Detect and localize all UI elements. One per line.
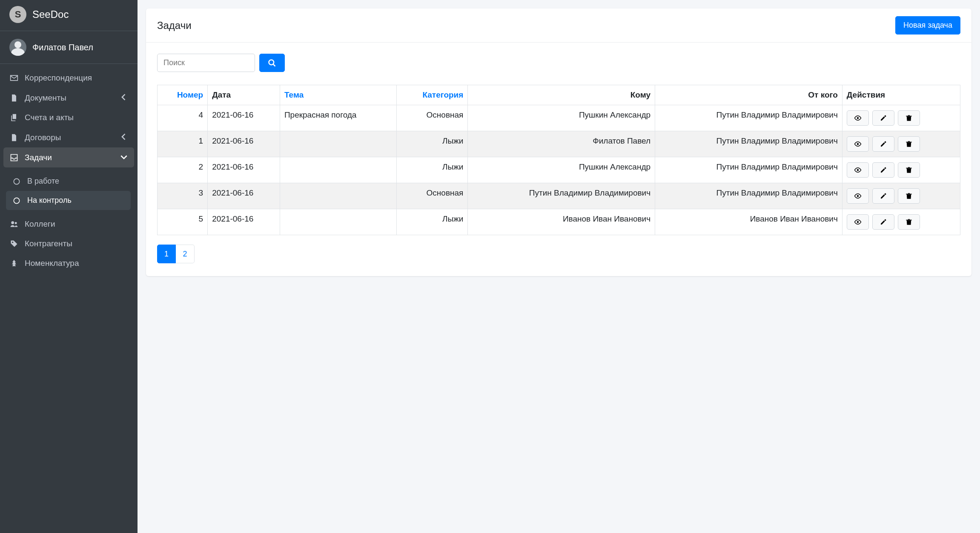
col-category[interactable]: Категория (396, 85, 468, 105)
edit-button[interactable] (872, 214, 894, 230)
sidebar-item-в-работе[interactable]: В работе (6, 172, 131, 191)
copy-icon (9, 113, 19, 122)
table-row: 12021-06-16ЛыжиФилатов ПавелПутин Владим… (158, 131, 960, 157)
trash-icon (904, 192, 914, 200)
sidebar-item-label: Документы (25, 93, 66, 103)
col-to[interactable]: Кому (468, 85, 655, 105)
edit-button[interactable] (872, 188, 894, 204)
edit-icon (879, 166, 888, 174)
delete-button[interactable] (898, 162, 920, 178)
sidebar-item-номенклатура[interactable]: Номенклатура (3, 254, 134, 273)
sidebar-nav: КорреспонденцияДокументыСчета и актыДого… (0, 64, 138, 277)
sidebar-item-контрагенты[interactable]: Контрагенты (3, 234, 134, 254)
delete-button[interactable] (898, 136, 920, 152)
cell-category: Лыжи (396, 157, 468, 183)
sidebar-item-коллеги[interactable]: Коллеги (3, 214, 134, 234)
trash-icon (904, 114, 914, 122)
view-button[interactable] (847, 188, 869, 204)
cell-to: Путин Владимир Владимирович (468, 183, 655, 209)
cell-actions (842, 157, 960, 183)
file-icon (9, 94, 19, 102)
sidebar-item-документы[interactable]: Документы (3, 88, 134, 108)
cell-subject (280, 183, 396, 209)
table-row: 42021-06-16Прекрасная погодаОсновнаяПушк… (158, 105, 960, 131)
sidebar-item-label: На контроль (27, 196, 72, 205)
cell-subject (280, 131, 396, 157)
cell-category: Основная (396, 183, 468, 209)
edit-button[interactable] (872, 110, 894, 126)
cell-date: 2021-06-16 (208, 209, 280, 235)
delete-button[interactable] (898, 214, 920, 230)
user-name: Филатов Павел (32, 43, 93, 52)
eye-icon (853, 166, 863, 174)
brand[interactable]: S SeeDoc (0, 0, 138, 31)
sidebar-submenu: В работеНа контроль (3, 167, 134, 214)
view-button[interactable] (847, 214, 869, 230)
sidebar-item-label: Счета и акты (25, 113, 74, 122)
col-date[interactable]: Дата (208, 85, 280, 105)
cell-category: Лыжи (396, 131, 468, 157)
cell-category: Основная (396, 105, 468, 131)
trash-icon (904, 140, 914, 148)
eye-icon (853, 192, 863, 200)
view-button[interactable] (847, 162, 869, 178)
cell-actions (842, 209, 960, 235)
search-button[interactable] (259, 54, 285, 72)
sidebar-item-договоры[interactable]: Договоры (3, 127, 134, 147)
cell-from: Путин Владимир Владимирович (655, 157, 842, 183)
cell-category: Лыжи (396, 209, 468, 235)
user-panel[interactable]: Филатов Павел (0, 31, 138, 64)
cell-from: Путин Владимир Владимирович (655, 183, 842, 209)
page-link-1[interactable]: 1 (157, 245, 176, 263)
sidebar-item-задачи[interactable]: Задачи (3, 147, 134, 167)
sidebar-item-label: Коллеги (25, 219, 55, 229)
cell-actions (842, 131, 960, 157)
sidebar-item-счета-и-акты[interactable]: Счета и акты (3, 108, 134, 127)
col-actions: Действия (842, 85, 960, 105)
cell-number: 3 (158, 183, 208, 209)
search-input[interactable] (157, 54, 255, 72)
edit-button[interactable] (872, 136, 894, 152)
sidebar: S SeeDoc Филатов Павел КорреспонденцияДо… (0, 0, 138, 533)
sidebar-item-label: В работе (27, 177, 59, 186)
cell-date: 2021-06-16 (208, 131, 280, 157)
tasks-card: Задачи Новая задача Номер Дата Тема (146, 9, 971, 276)
delete-button[interactable] (898, 188, 920, 204)
sidebar-item-label: Корреспонденция (25, 73, 92, 83)
cell-subject (280, 209, 396, 235)
trash-icon (904, 166, 914, 174)
cell-to: Пушкин Александр (468, 157, 655, 183)
search-row (157, 54, 960, 72)
cell-number: 4 (158, 105, 208, 131)
sidebar-item-корреспонденция[interactable]: Корреспонденция (3, 68, 134, 88)
circle-icon (12, 177, 21, 186)
cell-to: Пушкин Александр (468, 105, 655, 131)
col-number[interactable]: Номер (158, 85, 208, 105)
cell-date: 2021-06-16 (208, 105, 280, 131)
main-content: Задачи Новая задача Номер Дата Тема (138, 0, 980, 533)
envelope-icon (9, 74, 19, 82)
cell-subject: Прекрасная погода (280, 105, 396, 131)
page-link-2[interactable]: 2 (176, 245, 195, 263)
chevron-left-icon (120, 93, 128, 103)
view-button[interactable] (847, 110, 869, 126)
sidebar-item-на-контроль[interactable]: На контроль (6, 191, 131, 210)
delete-button[interactable] (898, 110, 920, 126)
tree-icon (9, 259, 19, 268)
col-from[interactable]: От кого (655, 85, 842, 105)
view-button[interactable] (847, 136, 869, 152)
sidebar-item-label: Договоры (25, 133, 61, 142)
edit-icon (879, 192, 888, 200)
cell-subject (280, 157, 396, 183)
edit-button[interactable] (872, 162, 894, 178)
avatar (9, 39, 26, 56)
brand-name: SeeDoc (32, 9, 69, 20)
table-row: 22021-06-16ЛыжиПушкин АлександрПутин Вла… (158, 157, 960, 183)
new-task-button[interactable]: Новая задача (895, 16, 960, 35)
eye-icon (853, 218, 863, 226)
col-subject[interactable]: Тема (280, 85, 396, 105)
edit-icon (879, 114, 888, 122)
cell-date: 2021-06-16 (208, 157, 280, 183)
sidebar-item-label: Задачи (25, 153, 52, 162)
cell-number: 5 (158, 209, 208, 235)
